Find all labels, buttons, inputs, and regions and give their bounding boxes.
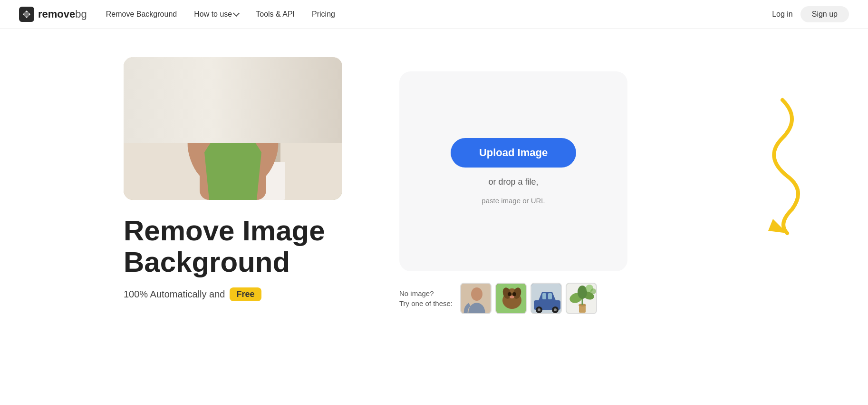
chevron-down-icon bbox=[233, 10, 240, 17]
left-section: Remove Image Background 100% Automatical… bbox=[124, 57, 361, 301]
decorative-squiggle bbox=[725, 95, 811, 238]
signup-button[interactable]: Sign up bbox=[800, 6, 849, 22]
nav-link-remove-background[interactable]: Remove Background bbox=[106, 10, 177, 19]
svg-point-47 bbox=[554, 308, 557, 311]
svg-marker-29 bbox=[768, 219, 787, 233]
sample-thumb-person[interactable] bbox=[460, 283, 492, 314]
nav-links: Remove Background How to use Tools & API… bbox=[106, 10, 772, 19]
svg-point-55 bbox=[590, 288, 596, 294]
svg-point-31 bbox=[471, 287, 482, 301]
navbar: removebg Remove Background How to use To… bbox=[0, 0, 868, 29]
upload-card: Upload Image or drop a file, paste image… bbox=[399, 71, 627, 271]
svg-point-46 bbox=[538, 308, 540, 311]
hero-image bbox=[124, 57, 342, 200]
main-content: Remove Image Background 100% Automatical… bbox=[0, 29, 868, 314]
hero-title: Remove Image Background bbox=[124, 215, 361, 278]
svg-rect-1 bbox=[24, 12, 29, 17]
upload-image-button[interactable]: Upload Image bbox=[451, 138, 576, 168]
hero-subtitle: 100% Automatically and Free bbox=[124, 287, 361, 301]
sample-thumb-plant[interactable] bbox=[566, 283, 597, 314]
svg-point-53 bbox=[578, 286, 587, 299]
svg-rect-42 bbox=[542, 293, 546, 299]
svg-point-37 bbox=[508, 292, 511, 296]
drop-subtext: paste image or URL bbox=[482, 197, 545, 205]
sample-thumb-car[interactable] bbox=[530, 283, 562, 314]
nav-link-pricing[interactable]: Pricing bbox=[312, 10, 335, 19]
nav-actions: Log in Sign up bbox=[772, 6, 849, 22]
svg-point-39 bbox=[510, 296, 514, 298]
logo-icon bbox=[19, 7, 34, 22]
sample-row: No image? Try one of these: bbox=[399, 283, 597, 314]
sample-images bbox=[460, 283, 597, 314]
logo-text: removebg bbox=[38, 8, 87, 20]
sample-thumb-dog[interactable] bbox=[495, 283, 527, 314]
svg-point-38 bbox=[512, 292, 516, 296]
free-badge: Free bbox=[230, 287, 261, 301]
right-section: Upload Image or drop a file, paste image… bbox=[399, 57, 773, 314]
nav-link-tools-api[interactable]: Tools & API bbox=[256, 10, 295, 19]
no-image-label: No image? Try one of these: bbox=[399, 288, 453, 308]
logo[interactable]: removebg bbox=[19, 7, 87, 22]
login-button[interactable]: Log in bbox=[772, 10, 793, 19]
svg-rect-43 bbox=[548, 293, 552, 299]
nav-link-how-to-use[interactable]: How to use bbox=[194, 10, 239, 19]
drop-text: or drop a file, bbox=[488, 177, 538, 187]
